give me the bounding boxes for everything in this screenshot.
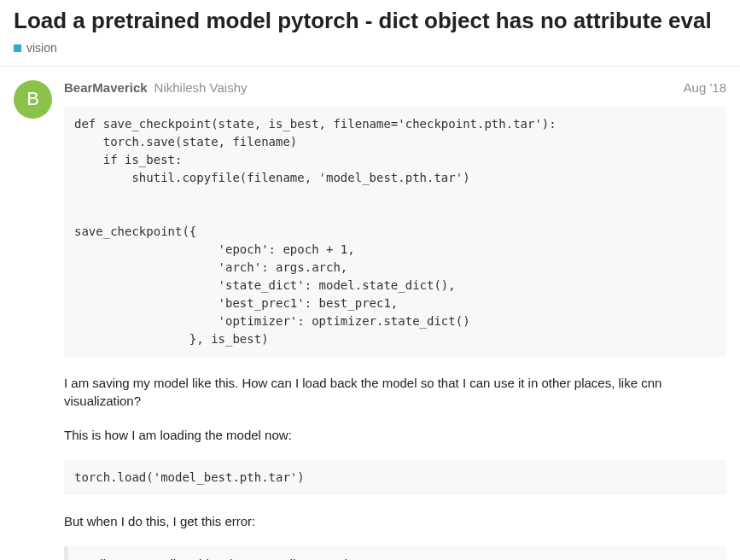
paragraph: This is how I am loading the model now:: [64, 426, 726, 445]
code-block-load: torch.load('model_best.pth.tar'): [64, 460, 726, 495]
code-block-save: def save_checkpoint(state, is_best, file…: [64, 107, 726, 357]
post-body: BearMaverick Nikhilesh Vaishy Aug '18 de…: [64, 80, 726, 561]
post-date[interactable]: Aug '18: [684, 80, 726, 95]
topic-title[interactable]: Load a pretrained model pytorch - dict o…: [14, 7, 726, 35]
paragraph: I am saving my model like this. How can …: [64, 374, 726, 411]
post: B BearMaverick Nikhilesh Vaishy Aug '18 …: [0, 67, 740, 561]
category-link[interactable]: vision: [14, 41, 57, 55]
avatar-initial: B: [26, 88, 39, 110]
error-text: AttributeError: 'dict' object has no att…: [80, 557, 350, 561]
full-name: Nikhilesh Vaishy: [154, 80, 248, 95]
category-label: vision: [26, 41, 57, 55]
topic-header: Load a pretrained model pytorch - dict o…: [0, 0, 740, 67]
category-badge-icon: [14, 44, 21, 52]
paragraph: But when I do this, I get this error:: [64, 512, 726, 531]
avatar[interactable]: B: [14, 80, 52, 119]
error-quote: AttributeError: 'dict' object has no att…: [64, 546, 726, 561]
username-link[interactable]: BearMaverick: [64, 80, 148, 95]
post-meta: BearMaverick Nikhilesh Vaishy Aug '18: [64, 80, 726, 95]
